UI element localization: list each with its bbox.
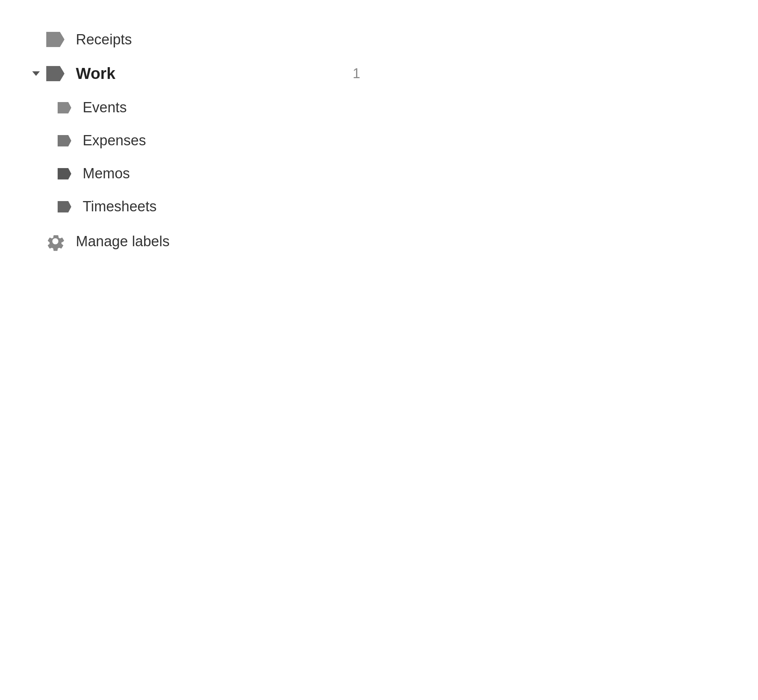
sidebar-item-manage-labels[interactable]: Manage labels (23, 223, 364, 260)
memos-label-icon (57, 167, 72, 180)
timesheets-label: Timesheets (83, 198, 157, 215)
work-badge: 1 (353, 66, 360, 82)
work-submenu: Events Expenses (23, 91, 364, 223)
expenses-label: Expenses (83, 132, 146, 149)
sidebar-item-work-container: Work 1 Events (23, 56, 364, 223)
events-label: Events (83, 99, 127, 116)
sidebar-item-receipts[interactable]: Receipts (23, 23, 364, 56)
sidebar-nav: Receipts Work 1 (23, 15, 364, 260)
receipts-label: Receipts (76, 31, 360, 48)
manage-labels-label: Manage labels (76, 233, 169, 250)
sidebar-item-work[interactable]: Work 1 (23, 56, 364, 91)
sidebar-item-timesheets[interactable]: Timesheets (53, 190, 364, 223)
memos-label: Memos (83, 165, 130, 182)
work-label-icon (46, 65, 65, 82)
timesheets-label-icon (57, 200, 72, 213)
receipts-label-icon (46, 31, 65, 48)
work-label: Work (76, 64, 345, 83)
work-chevron-area (27, 71, 46, 76)
chevron-down-icon (32, 71, 40, 76)
gear-icon (46, 231, 65, 251)
sidebar-item-expenses[interactable]: Expenses (53, 124, 364, 157)
sidebar-item-memos[interactable]: Memos (53, 157, 364, 190)
sidebar-item-events[interactable]: Events (53, 91, 364, 124)
events-label-icon (57, 101, 72, 114)
expenses-label-icon (57, 134, 72, 147)
